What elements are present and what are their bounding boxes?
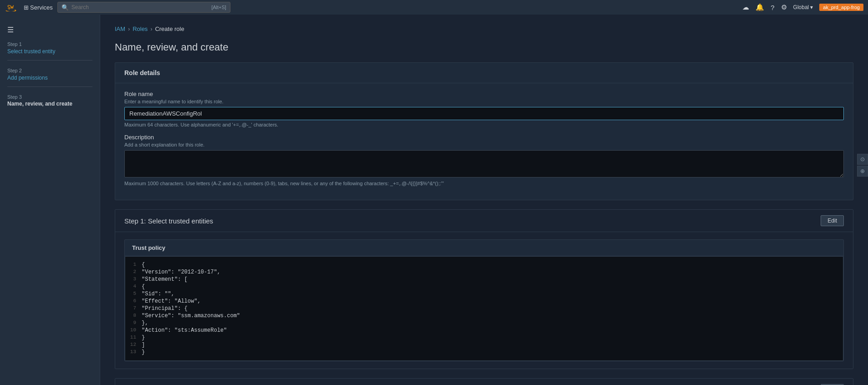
code-content: "Service": "ssm.amazonaws.com" — [142, 313, 240, 319]
code-line: 6 "Effect": "Allow", — [125, 298, 843, 305]
right-icon-top[interactable]: ⊙ — [857, 154, 868, 165]
services-nav[interactable]: ⊞ Services — [24, 4, 53, 11]
role-details-card: Role details Role name Enter a meaningfu… — [115, 62, 853, 200]
code-content: "Statement": [ — [142, 276, 188, 283]
step1-edit-button[interactable]: Edit — [821, 215, 844, 226]
code-content: }, — [142, 320, 148, 326]
aws-logo[interactable] — [5, 3, 17, 11]
sidebar-step2: Step 2 Add permissions — [0, 64, 100, 83]
menu-icon[interactable]: ☰ — [0, 22, 100, 38]
line-number: 3 — [125, 276, 142, 283]
code-line: 4 { — [125, 283, 843, 290]
sidebar-step2-link[interactable]: Add permissions — [7, 75, 48, 81]
search-input[interactable] — [71, 4, 209, 10]
trust-policy-code: 1{2 "Version": "2012-10-17",3 "Statement… — [125, 256, 843, 361]
search-hint: [Alt+S] — [211, 5, 226, 10]
nav-right: ☁ 🔔 ? ⚙ Global ▾ ak_prd_app-frog — [742, 3, 863, 11]
role-name-hint: Enter a meaningful name to identify this… — [124, 99, 844, 104]
trust-policy-body: 1{2 "Version": "2012-10-17",3 "Statement… — [125, 256, 843, 361]
top-navigation: ⊞ Services 🔍 [Alt+S] ☁ 🔔 ? ⚙ Global ▾ ak… — [0, 0, 868, 15]
description-field: Description Add a short explanation for … — [124, 134, 844, 186]
code-content: { — [142, 262, 145, 268]
line-number: 5 — [125, 291, 142, 297]
line-number: 1 — [125, 262, 142, 268]
code-content: "Version": "2012-10-17", — [142, 269, 220, 275]
code-line: 9 }, — [125, 319, 843, 327]
account-badge[interactable]: ak_prd_app-frog — [819, 4, 863, 11]
role-name-label: Role name — [124, 91, 844, 97]
code-content: { — [142, 284, 145, 290]
code-line: 2 "Version": "2012-10-17", — [125, 268, 843, 276]
right-icon-bottom[interactable]: ⊕ — [857, 166, 868, 177]
help-icon[interactable]: ? — [771, 4, 774, 11]
code-content: "Effect": "Allow", — [142, 298, 201, 304]
description-char-limit: Maximum 1000 characters. Use letters (A-… — [124, 181, 844, 186]
line-number: 9 — [125, 320, 142, 326]
step2-section-header: Step 2: Add permissions Edit — [115, 379, 853, 385]
code-line: 1{ — [125, 261, 843, 268]
settings-icon[interactable]: ⚙ — [781, 3, 787, 11]
step2-label: Step 2 — [7, 68, 92, 73]
search-bar[interactable]: 🔍 [Alt+S] — [57, 2, 230, 13]
line-number: 10 — [125, 327, 142, 334]
app-layout: ☰ Step 1 Select trusted entity Step 2 Ad… — [0, 15, 868, 385]
trust-policy-card: Trust policy 1{2 "Version": "2012-10-17"… — [124, 239, 844, 361]
code-line: 3 "Statement": [ — [125, 276, 843, 283]
main-content: IAM › Roles › Create role Name, review, … — [100, 15, 868, 385]
search-icon: 🔍 — [61, 4, 69, 11]
code-content: "Principal": { — [142, 305, 188, 312]
description-label: Description — [124, 134, 844, 141]
step1-label: Step 1 — [7, 41, 92, 47]
page-title: Name, review, and create — [115, 41, 853, 53]
breadcrumb: IAM › Roles › Create role — [115, 25, 853, 32]
line-number: 2 — [125, 269, 142, 275]
line-number: 8 — [125, 313, 142, 319]
code-line: 5 "Sid": "", — [125, 290, 843, 298]
bell-icon[interactable]: 🔔 — [756, 3, 764, 11]
sidebar-step1: Step 1 Select trusted entity — [0, 38, 100, 56]
code-content: } — [142, 349, 145, 355]
global-selector[interactable]: Global ▾ — [793, 4, 813, 10]
description-textarea[interactable] — [124, 150, 844, 177]
step1-section-header: Step 1: Select trusted entities Edit — [115, 210, 853, 232]
role-name-field: Role name Enter a meaningful name to ide… — [124, 91, 844, 127]
code-line: 13} — [125, 349, 843, 356]
line-number: 11 — [125, 334, 142, 341]
cloud-icon[interactable]: ☁ — [742, 3, 749, 11]
code-line: 12 ] — [125, 341, 843, 349]
description-hint: Add a short explanation for this role. — [124, 142, 844, 147]
code-line: 10 "Action": "sts:AssumeRole" — [125, 327, 843, 334]
line-number: 4 — [125, 284, 142, 290]
breadcrumb-iam[interactable]: IAM — [115, 25, 125, 32]
sidebar-step1-link[interactable]: Select trusted entity — [7, 48, 55, 55]
step3-label: Step 3 — [7, 94, 92, 100]
code-content: "Action": "sts:AssumeRole" — [142, 327, 227, 334]
line-number: 7 — [125, 305, 142, 312]
role-details-header: Role details — [115, 63, 853, 83]
breadcrumb-sep2: › — [150, 26, 152, 32]
sidebar: ☰ Step 1 Select trusted entity Step 2 Ad… — [0, 15, 100, 385]
code-line: 7 "Principal": { — [125, 305, 843, 312]
right-icons: ⊙ ⊕ — [857, 154, 868, 177]
global-label: Global — [793, 4, 809, 10]
step1-section: Step 1: Select trusted entities Edit Tru… — [115, 209, 853, 369]
code-line: 8 "Service": "ssm.amazonaws.com" — [125, 312, 843, 319]
role-name-char-limit: Maximum 64 characters. Use alphanumeric … — [124, 122, 844, 127]
code-content: ] — [142, 342, 145, 348]
breadcrumb-current: Create role — [155, 25, 184, 32]
breadcrumb-roles[interactable]: Roles — [133, 25, 148, 32]
role-details-body: Role name Enter a meaningful name to ide… — [115, 83, 853, 200]
sidebar-step3-current: Name, review, and create — [7, 101, 92, 107]
step1-section-title: Step 1: Select trusted entities — [124, 217, 213, 225]
line-number: 13 — [125, 349, 142, 355]
grid-icon: ⊞ — [24, 4, 29, 11]
code-content: } — [142, 334, 145, 341]
code-content: "Sid": "", — [142, 291, 174, 297]
breadcrumb-sep1: › — [128, 26, 130, 32]
sidebar-step3: Step 3 Name, review, and create — [0, 91, 100, 109]
step2-section: Step 2: Add permissions Edit Permissions… — [115, 378, 853, 385]
code-line: 11 } — [125, 334, 843, 341]
trust-policy-header: Trust policy — [125, 240, 843, 256]
role-name-input[interactable] — [124, 107, 844, 120]
chevron-down-icon: ▾ — [810, 4, 813, 10]
